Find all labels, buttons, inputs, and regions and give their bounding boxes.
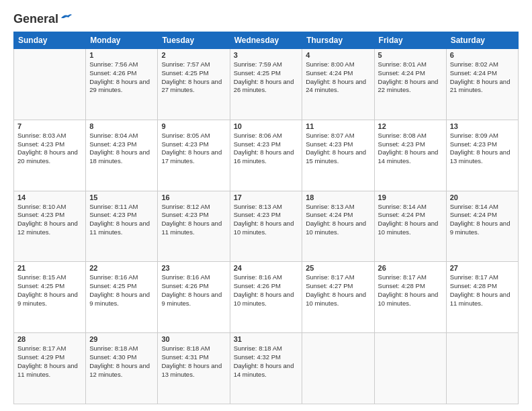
day-number: 22 [89,264,154,272]
day-info: Sunrise: 8:16 AM Sunset: 4:26 PM Dayligh… [234,273,299,308]
calendar-week-row: 1 Sunrise: 7:56 AM Sunset: 4:26 PM Dayli… [14,49,519,120]
day-number: 9 [161,122,226,130]
sunset-text: Sunset: 4:26 PM [234,282,281,289]
day-info: Sunrise: 7:57 AM Sunset: 4:25 PM Dayligh… [161,60,226,95]
calendar-header-tuesday: Tuesday [158,32,230,49]
sunset-text: Sunset: 4:23 PM [89,211,136,218]
day-number: 8 [89,122,154,130]
calendar-cell: 20 Sunrise: 8:14 AM Sunset: 4:24 PM Dayl… [446,191,518,262]
calendar-header-row: SundayMondayTuesdayWednesdayThursdayFrid… [14,32,519,49]
sunrise-text: Sunrise: 8:17 AM [450,273,498,281]
calendar-header-wednesday: Wednesday [230,32,302,49]
calendar-cell: 26 Sunrise: 8:17 AM Sunset: 4:28 PM Dayl… [374,262,446,333]
day-info: Sunrise: 8:18 AM Sunset: 4:32 PM Dayligh… [234,345,299,379]
daylight-text: Daylight: 8 hours and 13 minutes. [450,148,511,165]
daylight-text: Daylight: 8 hours and 18 minutes. [89,148,150,165]
sunset-text: Sunset: 4:23 PM [234,140,281,148]
daylight-text: Daylight: 8 hours and 10 minutes. [234,220,294,236]
day-number: 1 [89,51,154,59]
sunrise-text: Sunrise: 8:17 AM [17,345,66,352]
calendar-cell: 28 Sunrise: 8:17 AM Sunset: 4:29 PM Dayl… [14,333,86,404]
calendar-cell: 6 Sunrise: 8:02 AM Sunset: 4:24 PM Dayli… [446,49,518,120]
calendar-week-row: 7 Sunrise: 8:03 AM Sunset: 4:23 PM Dayli… [14,120,519,191]
daylight-text: Daylight: 8 hours and 12 minutes. [89,362,150,378]
sunrise-text: Sunrise: 8:01 AM [378,60,427,68]
calendar-week-row: 14 Sunrise: 8:10 AM Sunset: 4:23 PM Dayl… [14,191,519,262]
logo-bird-icon [60,13,73,24]
sunrise-text: Sunrise: 8:18 AM [234,345,282,352]
sunset-text: Sunset: 4:23 PM [234,211,281,218]
calendar-cell: 31 Sunrise: 8:18 AM Sunset: 4:32 PM Dayl… [230,333,302,404]
day-info: Sunrise: 8:00 AM Sunset: 4:24 PM Dayligh… [306,60,370,95]
day-number: 16 [161,193,226,201]
calendar-cell: 17 Sunrise: 8:13 AM Sunset: 4:23 PM Dayl… [230,191,302,262]
calendar-cell [14,49,86,120]
day-number: 12 [378,122,443,130]
daylight-text: Daylight: 8 hours and 21 minutes. [450,78,511,94]
sunrise-text: Sunrise: 8:00 AM [306,60,354,68]
day-info: Sunrise: 8:04 AM Sunset: 4:23 PM Dayligh… [89,132,154,166]
day-number: 19 [378,193,443,201]
calendar-cell: 18 Sunrise: 8:13 AM Sunset: 4:24 PM Dayl… [302,191,374,262]
day-number: 7 [17,122,82,130]
daylight-text: Daylight: 8 hours and 12 minutes. [17,220,78,236]
day-info: Sunrise: 8:15 AM Sunset: 4:25 PM Dayligh… [17,273,82,308]
calendar-header-sunday: Sunday [14,32,86,49]
day-info: Sunrise: 8:12 AM Sunset: 4:23 PM Dayligh… [161,203,226,237]
daylight-text: Daylight: 8 hours and 10 minutes. [234,291,294,307]
daylight-text: Daylight: 8 hours and 10 minutes. [378,220,439,236]
calendar-week-row: 21 Sunrise: 8:15 AM Sunset: 4:25 PM Dayl… [14,262,519,333]
sunrise-text: Sunrise: 8:15 AM [17,273,66,281]
day-info: Sunrise: 8:05 AM Sunset: 4:23 PM Dayligh… [161,132,226,166]
day-info: Sunrise: 8:10 AM Sunset: 4:23 PM Dayligh… [17,203,82,237]
sunset-text: Sunset: 4:32 PM [234,353,281,361]
sunrise-text: Sunrise: 8:13 AM [234,203,282,210]
calendar-cell: 11 Sunrise: 8:07 AM Sunset: 4:23 PM Dayl… [302,120,374,191]
sunrise-text: Sunrise: 8:17 AM [378,273,427,281]
sunrise-text: Sunrise: 8:05 AM [161,132,210,139]
sunset-text: Sunset: 4:23 PM [161,140,208,148]
daylight-text: Daylight: 8 hours and 14 minutes. [378,148,439,165]
sunset-text: Sunset: 4:24 PM [450,69,497,77]
day-info: Sunrise: 8:17 AM Sunset: 4:29 PM Dayligh… [17,345,82,379]
calendar-cell: 24 Sunrise: 8:16 AM Sunset: 4:26 PM Dayl… [230,262,302,333]
calendar-cell: 9 Sunrise: 8:05 AM Sunset: 4:23 PM Dayli… [158,120,230,191]
sunrise-text: Sunrise: 8:09 AM [450,132,498,139]
logo: General [13,12,73,25]
daylight-text: Daylight: 8 hours and 16 minutes. [234,148,294,165]
day-number: 20 [450,193,515,201]
sunrise-text: Sunrise: 7:56 AM [89,60,138,68]
calendar-cell: 4 Sunrise: 8:00 AM Sunset: 4:24 PM Dayli… [302,49,374,120]
daylight-text: Daylight: 8 hours and 26 minutes. [234,78,294,94]
sunset-text: Sunset: 4:23 PM [89,140,136,148]
calendar-cell: 25 Sunrise: 8:17 AM Sunset: 4:27 PM Dayl… [302,262,374,333]
day-number: 17 [234,193,299,201]
sunrise-text: Sunrise: 8:06 AM [234,132,282,139]
day-number: 24 [234,264,299,272]
sunset-text: Sunset: 4:31 PM [161,353,208,361]
calendar-cell: 19 Sunrise: 8:14 AM Sunset: 4:24 PM Dayl… [374,191,446,262]
sunrise-text: Sunrise: 8:02 AM [450,60,498,68]
day-number: 2 [161,51,226,59]
daylight-text: Daylight: 8 hours and 10 minutes. [306,220,366,236]
sunset-text: Sunset: 4:23 PM [17,211,64,218]
day-info: Sunrise: 8:16 AM Sunset: 4:26 PM Dayligh… [161,273,226,308]
day-info: Sunrise: 8:14 AM Sunset: 4:24 PM Dayligh… [450,203,515,237]
calendar-cell: 2 Sunrise: 7:57 AM Sunset: 4:25 PM Dayli… [158,49,230,120]
daylight-text: Daylight: 8 hours and 27 minutes. [161,78,222,94]
sunset-text: Sunset: 4:23 PM [306,140,353,148]
calendar-cell: 16 Sunrise: 8:12 AM Sunset: 4:23 PM Dayl… [158,191,230,262]
sunset-text: Sunset: 4:26 PM [89,69,136,77]
daylight-text: Daylight: 8 hours and 9 minutes. [450,220,511,236]
day-info: Sunrise: 8:13 AM Sunset: 4:24 PM Dayligh… [306,203,370,237]
day-info: Sunrise: 8:17 AM Sunset: 4:28 PM Dayligh… [450,273,515,308]
daylight-text: Daylight: 8 hours and 11 minutes. [161,220,222,236]
day-info: Sunrise: 8:07 AM Sunset: 4:23 PM Dayligh… [306,132,370,166]
day-number: 30 [161,335,226,343]
day-info: Sunrise: 8:18 AM Sunset: 4:31 PM Dayligh… [161,345,226,379]
sunrise-text: Sunrise: 8:10 AM [17,203,66,210]
day-number: 11 [306,122,370,130]
sunset-text: Sunset: 4:24 PM [378,211,425,218]
sunset-text: Sunset: 4:28 PM [378,282,425,289]
sunset-text: Sunset: 4:30 PM [89,353,136,361]
